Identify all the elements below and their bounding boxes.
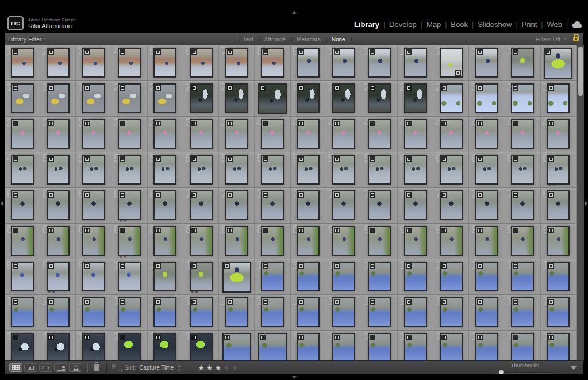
collection-badge-icon[interactable] — [120, 192, 125, 198]
collection-badge-icon[interactable] — [513, 192, 518, 198]
grid-cell[interactable]: 140 — [398, 331, 433, 361]
photo-thumbnail[interactable] — [119, 334, 140, 361]
collection-badge-icon[interactable] — [334, 263, 340, 269]
photo-thumbnail[interactable] — [476, 334, 497, 361]
photo-thumbnail[interactable] — [548, 156, 568, 183]
photo-thumbnail[interactable] — [333, 156, 354, 183]
photo-thumbnail[interactable] — [405, 227, 426, 255]
grid-cell[interactable]: 144 — [541, 331, 577, 361]
photo-thumbnail[interactable] — [369, 120, 390, 148]
grid-cell[interactable]: 15 — [505, 45, 541, 81]
photo-thumbnail[interactable] — [224, 334, 250, 361]
collection-badge-icon[interactable] — [298, 299, 304, 305]
photo-thumbnail[interactable] — [119, 120, 140, 148]
photo-thumbnail[interactable] — [476, 263, 497, 290]
survey-view-icon[interactable] — [54, 363, 67, 372]
grid-cell[interactable]: 86 — [183, 224, 219, 259]
collection-badge-icon[interactable] — [48, 192, 54, 198]
collection-badge-icon[interactable] — [548, 156, 554, 162]
grid-cell[interactable]: 68★★ — [112, 188, 148, 224]
grid-cell[interactable]: 94 — [469, 224, 505, 259]
photo-thumbnail[interactable] — [512, 263, 533, 290]
collection-badge-icon[interactable] — [191, 263, 197, 269]
collection-badge-icon[interactable] — [441, 263, 447, 269]
photo-thumbnail[interactable] — [298, 334, 318, 361]
photo-thumbnail[interactable] — [119, 227, 140, 255]
collection-badge-icon[interactable] — [227, 49, 233, 55]
photo-thumbnail[interactable] — [262, 191, 283, 219]
collection-badge-icon[interactable] — [406, 49, 412, 55]
grid-cell[interactable]: 107 — [362, 259, 398, 295]
grid-cell[interactable]: 78 — [469, 188, 505, 224]
grid-cell[interactable]: 79 — [505, 188, 541, 224]
collection-badge-icon[interactable] — [513, 299, 518, 305]
grid-cell[interactable]: 122 — [326, 295, 362, 331]
collection-badge-icon[interactable] — [48, 49, 54, 55]
collection-badge-icon[interactable] — [548, 228, 554, 233]
photo-thumbnail[interactable] — [405, 120, 426, 148]
grid-cell[interactable]: 89 — [291, 224, 326, 259]
photo-thumbnail[interactable] — [369, 298, 390, 326]
photo-thumbnail[interactable] — [83, 227, 104, 255]
photo-thumbnail[interactable] — [226, 49, 247, 76]
photo-thumbnail[interactable] — [441, 298, 462, 326]
collection-badge-icon[interactable] — [548, 263, 554, 269]
grid-cell[interactable]: 95 — [505, 224, 541, 259]
photo-thumbnail[interactable] — [226, 120, 247, 148]
photo-thumbnail[interactable] — [12, 334, 33, 361]
grid-cell[interactable]: 137 — [291, 331, 326, 361]
grid-cell[interactable]: 8 — [255, 45, 290, 81]
photo-thumbnail[interactable] — [224, 263, 250, 291]
grid-cell[interactable]: 99 — [76, 259, 112, 295]
photo-thumbnail[interactable] — [191, 263, 212, 290]
collapse-left-panel-arrow-icon[interactable] — [1, 201, 3, 206]
grid-cell[interactable]: 6 — [183, 45, 219, 81]
photo-thumbnail[interactable] — [48, 120, 68, 148]
grid-cell[interactable]: 85 — [148, 224, 183, 259]
filter-mode-attribute[interactable]: Attribute — [259, 36, 291, 43]
photo-thumbnail[interactable] — [83, 85, 104, 112]
photo-thumbnail[interactable] — [405, 191, 426, 219]
grid-cell[interactable]: 26 — [326, 81, 362, 117]
photo-thumbnail[interactable] — [333, 227, 354, 255]
grid-cell[interactable]: 141 — [433, 331, 469, 361]
grid-cell[interactable]: 132 — [112, 331, 148, 361]
collection-badge-icon[interactable] — [548, 192, 554, 198]
collection-badge-icon[interactable] — [406, 192, 412, 198]
photo-thumbnail[interactable] — [83, 334, 104, 361]
photo-thumbnail[interactable] — [119, 156, 140, 183]
grid-cell[interactable]: 77 — [433, 188, 469, 224]
collection-badge-icon[interactable] — [334, 85, 340, 91]
grid-cell[interactable]: 101 — [148, 259, 183, 295]
grid-cell[interactable]: 46 — [469, 117, 505, 152]
collection-badge-icon[interactable] — [477, 121, 483, 126]
grid-cell[interactable]: 110 — [469, 259, 505, 295]
grid-cell[interactable]: 12 — [398, 45, 433, 81]
photo-thumbnail[interactable] — [548, 85, 568, 112]
collection-badge-icon[interactable] — [370, 85, 375, 91]
grid-cell[interactable]: 112 — [541, 259, 577, 295]
collection-badge-icon[interactable] — [191, 192, 197, 198]
grid-cell[interactable]: 14 — [469, 45, 505, 81]
grid-cell[interactable]: 114 — [40, 295, 76, 331]
photo-thumbnail[interactable] — [259, 85, 286, 113]
collection-badge-icon[interactable] — [263, 49, 268, 55]
grid-cell[interactable]: 139 — [362, 331, 398, 361]
grid-cell[interactable]: 42 — [326, 117, 362, 152]
grid-cell[interactable]: 61 — [433, 152, 469, 188]
grid-cell[interactable]: 25 — [291, 81, 326, 117]
grid-cell[interactable]: 66 — [40, 188, 76, 224]
photo-thumbnail[interactable] — [441, 263, 462, 290]
photo-thumbnail[interactable] — [476, 49, 497, 76]
photo-thumbnail[interactable] — [83, 120, 104, 148]
painter-spray-can-icon[interactable] — [94, 364, 99, 371]
grid-cell[interactable]: 54 — [183, 152, 219, 188]
grid-cell[interactable]: 87 — [219, 224, 255, 259]
collection-badge-icon[interactable] — [513, 156, 518, 162]
collection-badge-icon[interactable] — [155, 85, 161, 91]
collection-badge-icon[interactable] — [48, 156, 54, 162]
photo-thumbnail[interactable] — [155, 85, 175, 112]
collection-badge-icon[interactable] — [334, 299, 340, 305]
photo-thumbnail[interactable] — [441, 85, 462, 112]
grid-cell[interactable]: 5 — [148, 45, 183, 81]
